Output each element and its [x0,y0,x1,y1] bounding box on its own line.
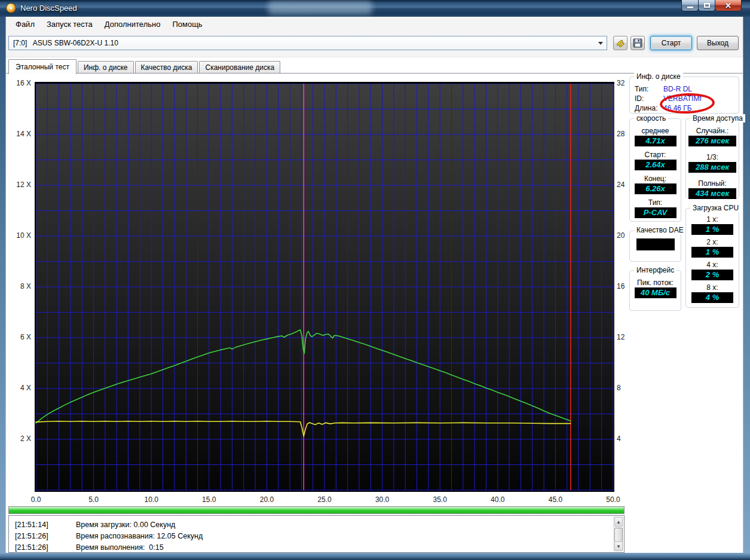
tab-disc-scan[interactable]: Сканирование диска [199,61,280,74]
cpu-usage-label: 2 x: [691,238,733,247]
caption-buttons: ✕ [682,0,742,11]
tab-disc-quality[interactable]: Качество диска [135,61,198,74]
exit-button[interactable]: Выход [697,36,739,50]
lcd-item: Старт:2.64x [635,151,676,170]
start-button[interactable]: Старт [650,36,692,50]
menu-item-help[interactable]: Помощь [166,18,208,30]
log-entry: [21:51:26]Время распознавания: 12.05 Сек… [15,531,624,542]
cpu-usage-label: 4 x: [691,261,733,270]
disc-info-label: Длина: [635,103,663,113]
lcd-item: 4 x:2 % [691,261,733,280]
access-time-value: 434 мсек [688,188,736,199]
lcd-item: Конец:6.26x [635,175,676,194]
access-time-title: Время доступа [690,114,745,123]
menu-item-file[interactable]: Файл [10,18,41,30]
x-axis-label: 5.0 [81,495,107,504]
scroll-up-icon[interactable]: ▲ [614,517,623,527]
drive-combobox[interactable]: [7:0] ASUS SBW-06D2X-U 1.10 [8,36,607,50]
log-scrollbar[interactable]: ▲ ▼ [613,516,623,552]
x-axis-label: 50.0 [600,495,626,504]
speed-label: Тип: [635,198,676,207]
menu-item-run-test[interactable]: Запуск теста [41,18,99,30]
x-axis-label: 10.0 [138,495,164,504]
disc-info-row: Длина:46.46 ГБ [635,103,739,113]
lcd-item: Полный:434 мсек [688,179,736,199]
log-entry-time: [21:51:26] [15,531,58,542]
minimize-button[interactable] [681,0,699,11]
tab-strip: Эталонный тестИнф. о дискеКачество диска… [8,58,281,74]
scroll-down-icon[interactable]: ▼ [614,541,623,551]
lcd-item: 2 x:1 % [691,238,733,258]
y-axis-right-label: 12 [617,333,637,341]
app-icon [6,3,16,13]
y-axis-left-label: 4 X [5,384,31,392]
progress-bar-fill [9,507,624,513]
log-entry-time: [21:51:26] [15,542,58,553]
lcd-item: Случайн.:276 мсек [688,127,736,146]
start-button-label: Старт [662,39,681,47]
log-entry-time: [21:51:14] [15,519,58,531]
cpu-usage-value: 1 % [691,224,733,235]
close-icon: ✕ [725,1,731,10]
menu-item-extra[interactable]: Дополнительно [99,18,167,30]
exit-button-label: Выход [707,39,728,47]
title-bar[interactable]: Nero DiscSpeed ✕ [0,0,750,17]
speed-value: P-CAV [635,207,676,218]
y-axis-left-label: 10 X [5,231,31,240]
window-border-right [743,17,750,553]
speed-label: Старт: [635,151,676,160]
cpu-usage-value: 2 % [691,270,733,280]
tab-benchmark[interactable]: Эталонный тест [8,59,76,74]
disc-info-row: ID:VERBATIMf [635,94,739,103]
blurred-text-overlay [268,1,372,14]
access-time-value: 288 мсек [688,162,736,173]
benchmark-chart [35,82,614,492]
interface-panel: Интерфейс Пик. поток:40 МБ/с [629,270,681,311]
maximize-button[interactable] [698,0,715,11]
access-time-value: 276 мсек [688,136,736,146]
disc-info-value: VERBATIMf [663,94,702,103]
maximize-icon [704,3,710,8]
close-button[interactable]: ✕ [715,0,742,11]
y-axis-right-label: 8 [617,384,637,392]
speed-panel-title: скорость [634,114,668,123]
progress-bar [8,506,625,514]
speed-value: 4.71x [635,136,676,146]
speed-value: 6.26x [635,183,676,194]
speed-label: среднее [635,127,676,136]
log-entry-text: Время распознавания: 12.05 Секунд [76,531,203,542]
scrollbar-thumb[interactable] [614,528,623,542]
speed-panel: скорость среднее4.71xСтарт:2.64xКонец:6.… [629,118,681,222]
access-time-label: Полный: [688,179,736,188]
y-axis-right-label: 4 [617,434,637,443]
log-panel[interactable]: [21:51:14]Время загрузки: 0.00 Секунд[21… [8,515,625,553]
speed-value: 2.64x [635,160,676,170]
cpu-usage-label: 8 x: [691,283,733,292]
disc-info-label: Тип: [635,84,663,94]
access-time-label: 1/3: [688,153,736,162]
dae-quality-panel: Качество DAE [629,230,681,262]
dae-quality-title: Качество DAE [634,226,686,234]
disc-info-value: BD-R DL [663,84,692,94]
speed-label: Конец: [635,175,676,183]
y-axis-left-label: 16 X [5,79,31,87]
cpu-usage-value: 1 % [691,247,733,258]
tab-disc-info[interactable]: Инф. о диске [78,61,134,74]
y-axis-left-label: 2 X [5,434,31,443]
log-entry-text: Время загрузки: 0.00 Секунд [76,519,175,531]
cpu-usage-title: Загрузка CPU [690,204,741,212]
eject-disc-icon [615,38,626,48]
y-axis-left-label: 8 X [5,282,31,290]
access-time-panel: Время доступа Случайн.:276 мсек1/3:288 м… [685,118,739,198]
x-axis-label: 15.0 [196,495,222,504]
window-title: Nero DiscSpeed [20,4,77,13]
x-axis-label: 30.0 [369,495,396,504]
y-axis-left-label: 14 X [5,130,31,138]
cpu-usage-panel: Загрузка CPU 1 x:1 %2 x:1 %4 x:2 %8 x:4 … [685,208,739,308]
cpu-usage-label: 1 x: [691,215,733,224]
lcd-item: среднее4.71x [635,127,676,146]
eject-button[interactable] [613,36,627,50]
lcd-item: 8 x:4 % [691,283,733,303]
save-button[interactable] [630,36,645,50]
x-axis-label: 25.0 [311,495,338,504]
